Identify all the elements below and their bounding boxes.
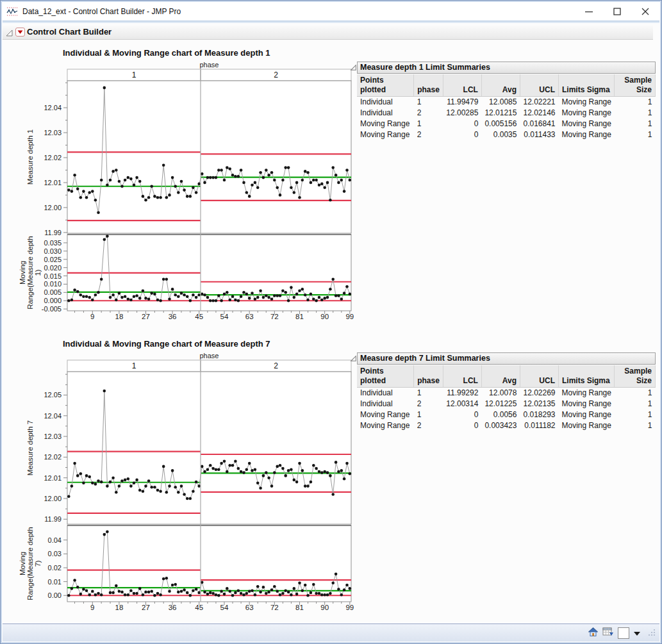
data-point[interactable] xyxy=(290,286,293,289)
data-point[interactable] xyxy=(340,297,343,301)
data-point[interactable] xyxy=(133,184,136,187)
data-point[interactable] xyxy=(159,593,162,597)
data-point[interactable] xyxy=(106,484,109,488)
data-point[interactable] xyxy=(279,593,282,597)
individuals-panel[interactable] xyxy=(67,81,351,233)
data-point[interactable] xyxy=(211,592,215,595)
data-point[interactable] xyxy=(203,470,206,474)
data-point[interactable] xyxy=(124,179,127,182)
data-point[interactable] xyxy=(345,462,349,465)
data-point[interactable] xyxy=(192,293,195,297)
data-point[interactable] xyxy=(323,297,326,300)
data-point[interactable] xyxy=(112,170,115,173)
data-point[interactable] xyxy=(318,470,321,474)
data-point[interactable] xyxy=(301,469,304,472)
close-button[interactable] xyxy=(631,2,659,21)
data-point[interactable] xyxy=(254,181,257,185)
column-header[interactable]: Avg xyxy=(481,74,520,97)
data-point[interactable] xyxy=(147,479,151,483)
data-point[interactable] xyxy=(245,293,249,296)
data-point[interactable] xyxy=(142,195,145,198)
data-point[interactable] xyxy=(186,497,189,500)
data-point[interactable] xyxy=(127,176,130,179)
data-point[interactable] xyxy=(220,299,223,302)
data-point[interactable] xyxy=(337,294,340,297)
data-point[interactable] xyxy=(135,479,138,482)
data-point[interactable] xyxy=(94,593,97,597)
data-point[interactable] xyxy=(162,577,165,581)
data-point[interactable] xyxy=(85,196,88,199)
data-point[interactable] xyxy=(293,479,296,482)
column-header[interactable]: phase xyxy=(414,365,443,388)
data-point[interactable] xyxy=(70,587,74,590)
data-point[interactable] xyxy=(203,293,206,297)
table-row[interactable]: Moving Range200.00350.011433Moving Range… xyxy=(357,129,656,140)
data-point[interactable] xyxy=(217,169,220,172)
data-point[interactable] xyxy=(228,299,231,302)
data-point[interactable] xyxy=(174,293,177,297)
data-point[interactable] xyxy=(156,299,160,302)
data-point[interactable] xyxy=(265,294,268,297)
data-point[interactable] xyxy=(337,470,340,474)
data-point[interactable] xyxy=(112,591,115,595)
data-point[interactable] xyxy=(79,472,83,475)
datatable-icon[interactable] xyxy=(602,627,614,640)
data-point[interactable] xyxy=(211,176,215,179)
data-point[interactable] xyxy=(215,176,218,179)
data-point[interactable] xyxy=(156,489,160,492)
data-point[interactable] xyxy=(284,589,287,592)
data-point[interactable] xyxy=(133,481,136,484)
data-point[interactable] xyxy=(251,184,254,187)
data-point[interactable] xyxy=(248,195,251,198)
data-point[interactable] xyxy=(165,277,169,281)
data-point[interactable] xyxy=(259,487,262,490)
data-point[interactable] xyxy=(290,186,293,189)
data-point[interactable] xyxy=(88,191,91,194)
data-point[interactable] xyxy=(228,167,231,170)
data-point[interactable] xyxy=(153,195,156,198)
red-triangle-menu-button[interactable] xyxy=(15,28,25,37)
data-point[interactable] xyxy=(345,169,349,172)
data-point[interactable] xyxy=(94,293,97,297)
data-point[interactable] xyxy=(103,238,106,241)
data-point[interactable] xyxy=(209,591,212,595)
data-point[interactable] xyxy=(312,179,315,182)
disclosure-triangle-icon[interactable] xyxy=(350,355,357,364)
data-point[interactable] xyxy=(189,195,192,198)
data-point[interactable] xyxy=(189,594,192,597)
column-header[interactable]: LCL xyxy=(443,365,481,388)
data-point[interactable] xyxy=(129,589,133,592)
data-point[interactable] xyxy=(310,591,313,595)
data-point[interactable] xyxy=(159,196,162,199)
data-point[interactable] xyxy=(318,184,321,187)
data-point[interactable] xyxy=(320,183,324,186)
data-point[interactable] xyxy=(276,465,279,468)
data-point[interactable] xyxy=(97,291,100,294)
data-point[interactable] xyxy=(251,469,254,472)
data-point[interactable] xyxy=(91,190,94,193)
data-point[interactable] xyxy=(267,476,270,479)
data-point[interactable] xyxy=(115,584,118,588)
disclosure-triangle-icon[interactable] xyxy=(350,64,357,73)
data-point[interactable] xyxy=(183,493,186,496)
data-point[interactable] xyxy=(206,176,210,179)
data-point[interactable] xyxy=(237,589,240,592)
table-row[interactable]: Moving Range200.0034230.011182Moving Ran… xyxy=(357,420,656,431)
data-point[interactable] xyxy=(345,285,349,288)
data-point[interactable] xyxy=(195,588,198,591)
column-header[interactable]: Pointsplotted xyxy=(357,74,414,97)
data-point[interactable] xyxy=(168,297,171,301)
data-point[interactable] xyxy=(287,469,290,472)
data-point[interactable] xyxy=(180,292,183,295)
table-row[interactable]: Individual212.0028512.0121512.02146Movin… xyxy=(357,108,656,119)
data-point[interactable] xyxy=(270,171,274,174)
data-point[interactable] xyxy=(189,299,192,302)
data-point[interactable] xyxy=(226,470,229,474)
data-point[interactable] xyxy=(97,211,100,214)
data-point[interactable] xyxy=(150,185,153,188)
column-header[interactable]: Limits Sigma xyxy=(559,365,615,388)
data-point[interactable] xyxy=(310,481,313,484)
data-point[interactable] xyxy=(91,590,94,593)
data-point[interactable] xyxy=(162,277,165,281)
data-point[interactable] xyxy=(85,295,88,299)
